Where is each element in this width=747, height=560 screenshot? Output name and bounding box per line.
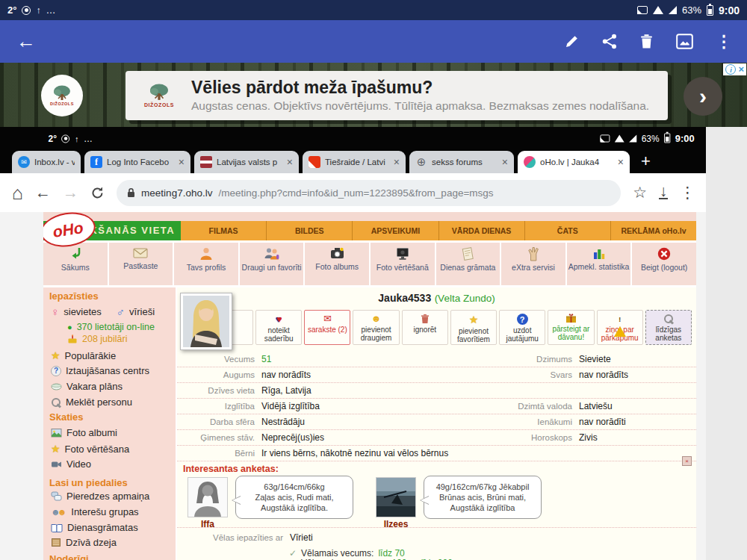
sidebar-section-iepazisties: Iepazīsties (49, 290, 99, 302)
download-icon[interactable]: ↓ (659, 186, 668, 199)
profile-username: Jauka4533 (378, 292, 431, 304)
oho-favicon (524, 156, 536, 168)
delete-icon[interactable] (639, 34, 654, 49)
sidebar-item-pieredzes-apmaina[interactable]: Pieredzes apmaiņa (66, 491, 149, 502)
nav-apsveikumi[interactable]: APSVEIKUMI (352, 221, 438, 240)
edit-icon[interactable] (564, 34, 580, 49)
toolbar-statistika[interactable]: Apmekl. statistika (567, 243, 631, 285)
nav-filmas[interactable]: FILMAS (181, 221, 266, 240)
ad-banner[interactable]: DIŽOZOLS DIŽOZOLS Vēlies pārdot meža īpa… (0, 63, 747, 127)
url-path: /meeting.php?cmd=info&id_num=1223895&fro… (218, 187, 493, 199)
toolbar-beigt-logout[interactable]: Beigt (logout) (632, 243, 696, 285)
home-icon[interactable]: ⌂ (12, 182, 23, 204)
wallpaper-icon[interactable] (676, 34, 693, 49)
button-ignoret[interactable]: ignorēt (402, 310, 448, 345)
battery-percent: 63% (682, 4, 701, 16)
close-tab-icon[interactable]: × (394, 156, 400, 168)
new-tab-icon[interactable]: + (641, 152, 651, 171)
detail-row: Dzīves vietaRīga, Latvija (177, 383, 696, 399)
profile-thumb-ilzees[interactable] (376, 477, 416, 517)
nav-bildes[interactable]: BILDES (266, 221, 352, 240)
web-page: TIKŠANĀS VIETA FILMAS BILDES APSVEIKUMI … (0, 212, 706, 560)
tab-facebook[interactable]: f Log Into Facebo × (84, 151, 190, 173)
back-icon[interactable]: ← (35, 184, 51, 202)
close-tab-icon[interactable]: × (502, 156, 508, 168)
more-notifications-icon: … (46, 4, 56, 16)
share-icon[interactable] (602, 34, 617, 49)
jubilee-count[interactable]: 208 jubilāri (82, 334, 127, 344)
button-lidzigas-anketas[interactable]: līdzīgas anketas (645, 310, 692, 345)
inner-screenshot-top: 2° ↑ … 63% 9:00 ✉ Inbox.lv - vi f Log I (0, 127, 706, 173)
profile-thumb-iffa[interactable] (187, 477, 228, 517)
sidebar-item-video[interactable]: Video (66, 458, 91, 470)
sidebar-item-interesu-grupas[interactable]: Interešu grupas (71, 506, 138, 517)
toolbar-foto-albums[interactable]: Foto albums (305, 243, 369, 285)
online-dot-icon: ● (67, 323, 72, 332)
sidebar-item-foto-vertesana[interactable]: Foto vērtēšana (65, 444, 130, 455)
button-uzdot-jautajumu[interactable]: ? uzdot jautājumu (499, 310, 545, 345)
cast-icon (600, 134, 610, 142)
nav-reklama[interactable]: REKLĀMA oHo.lv (610, 221, 696, 240)
sidebar-item-iztaujasanas-centrs[interactable]: Iztaujāšanas centrs (66, 365, 149, 376)
adchoices-info-icon[interactable]: i (725, 64, 736, 75)
button-parsteigt-ar-davanu[interactable]: pārsteigt ar dāvanu! (548, 310, 594, 345)
tab-inbox[interactable]: ✉ Inbox.lv - vi (12, 151, 81, 173)
ad-arrow-button[interactable]: › (684, 77, 722, 116)
search-icon (51, 397, 61, 408)
site-nav: FILMAS BILDES APSVEIKUMI VĀRDA DIENAS ČA… (181, 221, 696, 240)
toolbar-dienas-gramata[interactable]: Dienas grāmata (436, 243, 500, 285)
inbox-favicon: ✉ (18, 156, 30, 168)
tab-oho-active[interactable]: oHo.lv | Jauka4 × (518, 151, 630, 173)
toolbar-draugi[interactable]: Draugi un favorīti (240, 243, 304, 285)
tab-latvijas-valsts[interactable]: Latvijas valsts p × (194, 151, 299, 173)
url-domain: meeting7.oho.lv (141, 187, 212, 199)
screen: 2° ↑ … 63% 9:00 ← (0, 0, 747, 560)
wanted-age-row: ✓ Vēlamais vecums: līdz 70 (289, 548, 405, 559)
button-noteikt-saderibu[interactable]: ♥♥ noteikt saderību (255, 310, 302, 345)
toolbar-foto-vertesana[interactable]: Foto vērtēšanā (371, 243, 435, 285)
button-pievienot-favoritiem[interactable]: ★ pievienot favorītiem (450, 310, 497, 345)
close-tab-icon[interactable]: × (179, 156, 185, 168)
stats-icon (592, 246, 607, 261)
button-sarakste[interactable]: ✉ sarakste (2) (304, 310, 350, 345)
sidebar-item-vakara-plans[interactable]: Vakara plāns (66, 381, 123, 392)
latvia-flag-favicon (200, 156, 212, 168)
button-zinot-par-parkapumu[interactable]: ! ziņot par pārkāpumu (597, 310, 643, 345)
toolbar-extra-servisi[interactable]: eXtra servisi (501, 243, 565, 285)
tab-sekss-forums[interactable]: ⊕ sekss forums × (409, 151, 514, 173)
back-arrow-icon[interactable]: ← (16, 30, 36, 53)
close-tab-icon[interactable]: × (287, 156, 293, 168)
sidebar-item-meklet-personu[interactable]: Meklēt personu (66, 396, 132, 408)
sidebar-item-dziva-dzeja[interactable]: Dzīvā dzeja (66, 537, 117, 548)
sidebar-item-foto-albumi[interactable]: Foto albumi (66, 427, 117, 438)
sidebar-item-popularakie[interactable]: Populārākie (65, 350, 117, 361)
ad-close-icon[interactable]: × (738, 64, 744, 75)
bookmark-star-icon[interactable]: ☆ (633, 184, 647, 202)
forward-icon[interactable]: → (63, 184, 78, 202)
toolbar-sakums[interactable]: Sākums (43, 243, 108, 285)
users-online-count[interactable]: 370 lietotāji on-line (77, 322, 155, 332)
sidebar-item-viriesi[interactable]: vīrieši (129, 306, 155, 317)
sidebar-item-sievietes[interactable]: sievietes (63, 306, 102, 317)
profile-photo[interactable] (180, 293, 232, 350)
ad-card[interactable]: DIŽOZOLS Vēlies pārdot meža īpašumu? Aug… (125, 71, 668, 120)
close-tab-icon[interactable]: × (618, 156, 624, 168)
toolbar-tavs-profils[interactable]: Tavs profils (174, 243, 238, 285)
nav-cats[interactable]: ČATS (524, 221, 610, 240)
search-icon (663, 314, 674, 324)
shutter-icon (22, 6, 31, 15)
logout-icon (657, 246, 672, 261)
url-bar[interactable]: meeting7.oho.lv/meeting.php?cmd=info&id_… (117, 180, 621, 206)
hand-icon (527, 246, 540, 261)
reload-icon[interactable] (90, 186, 105, 200)
button-pievienot-draugiem[interactable]: ☻ pievienot draugiem (353, 310, 399, 345)
overflow-menu-icon[interactable]: ⋮ (716, 32, 732, 52)
browser-menu-icon[interactable]: ⋮ (680, 184, 695, 202)
nav-varda-dienas[interactable]: VĀRDA DIENAS (438, 221, 524, 240)
detail-row: Darba sfēraNestrādāju Ienākuminav norādī… (177, 414, 696, 430)
tab-tiesraide[interactable]: Tiešraide / Latvi × (303, 151, 406, 173)
toolbar-pastkaste[interactable]: Pastkaste (109, 243, 173, 285)
sidebar-item-dienasgramatas[interactable]: Dienasgrāmatas (67, 522, 138, 533)
temperature: 2° (7, 4, 16, 16)
wifi-icon (653, 6, 663, 14)
